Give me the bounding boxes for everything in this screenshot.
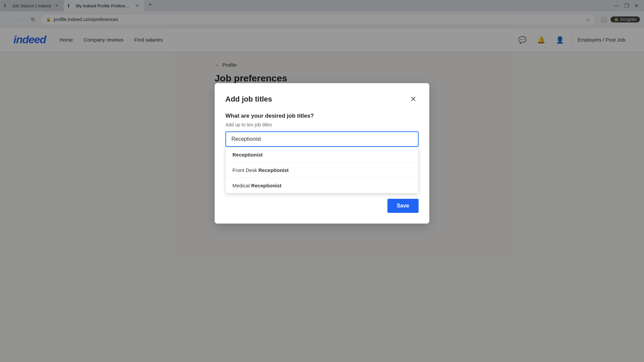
modal-hint: Add up to ten job titles bbox=[225, 122, 419, 127]
job-title-input[interactable] bbox=[225, 131, 419, 147]
job-title-dropdown: Receptionist Front Desk Receptionist Med… bbox=[225, 147, 419, 193]
modal-footer: Save bbox=[225, 199, 419, 213]
dropdown-item-highlight-2: Receptionist bbox=[259, 167, 289, 173]
dropdown-item-medical[interactable]: Medical Receptionist bbox=[226, 178, 418, 193]
modal-close-button[interactable]: ✕ bbox=[408, 94, 419, 105]
modal-question: What are your desired job titles? bbox=[225, 113, 419, 119]
dropdown-item-prefix-2: Front Desk bbox=[232, 167, 259, 173]
dropdown-item-highlight-1: Receptionist bbox=[232, 152, 263, 158]
dropdown-item-prefix-3: Medical bbox=[232, 183, 251, 188]
modal-header: Add job titles ✕ bbox=[225, 94, 419, 105]
modal-overlay[interactable]: Add job titles ✕ What are your desired j… bbox=[0, 0, 644, 362]
dropdown-item-highlight-3: Receptionist bbox=[251, 183, 281, 188]
dropdown-item-receptionist[interactable]: Receptionist bbox=[226, 147, 418, 163]
modal-title: Add job titles bbox=[225, 95, 272, 104]
add-job-titles-modal: Add job titles ✕ What are your desired j… bbox=[215, 83, 429, 224]
save-button[interactable]: Save bbox=[387, 199, 419, 213]
dropdown-item-front-desk[interactable]: Front Desk Receptionist bbox=[226, 163, 418, 178]
